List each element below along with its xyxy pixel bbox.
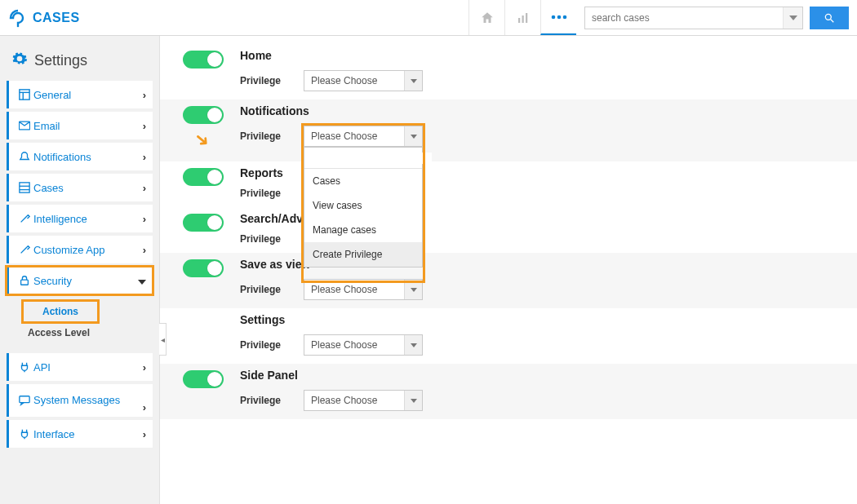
nav-item-system-messages[interactable]: System Messages › xyxy=(7,384,153,417)
section-title: Side Panel xyxy=(240,369,857,382)
search-button[interactable] xyxy=(810,7,849,29)
toggle-search[interactable] xyxy=(183,214,224,232)
chevron-down-icon xyxy=(404,335,422,355)
chevron-right-icon: › xyxy=(143,428,146,440)
privilege-select-save[interactable]: Please Choose xyxy=(304,279,423,300)
svg-point-4 xyxy=(551,15,555,19)
collapse-handle[interactable]: ◂ xyxy=(159,323,167,356)
tools-icon xyxy=(16,244,33,255)
toggle-side-panel[interactable] xyxy=(183,370,224,388)
sidebar-heading: Settings xyxy=(7,51,153,81)
dropdown-option-create-privilege[interactable]: Create Privilege xyxy=(304,242,422,267)
nav-label: Security xyxy=(33,275,138,287)
nav-item-api[interactable]: API › xyxy=(7,353,153,381)
subnav-access-level[interactable]: Access Level xyxy=(23,322,153,343)
svg-line-8 xyxy=(831,19,834,22)
more-icon[interactable] xyxy=(540,0,576,35)
section-title: Notifications xyxy=(240,104,857,117)
nav-label: Email xyxy=(33,120,143,132)
privilege-label: Privilege xyxy=(240,395,282,406)
privilege-label: Privilege xyxy=(240,130,282,142)
privilege-select-home[interactable]: Please Choose xyxy=(304,70,423,91)
sidebar: Settings General › Email › Notifications… xyxy=(0,36,160,504)
nav-label: API xyxy=(33,361,143,374)
chevron-right-icon: › xyxy=(143,401,146,413)
chevron-down-icon xyxy=(138,275,146,287)
chevron-down-icon xyxy=(404,126,422,146)
search-dropdown-icon[interactable] xyxy=(783,7,802,29)
chevron-right-icon: › xyxy=(143,151,146,163)
svg-rect-16 xyxy=(21,280,29,285)
privilege-label: Privilege xyxy=(240,75,282,86)
nav-item-security[interactable]: Security xyxy=(7,267,153,294)
toggle-home[interactable] xyxy=(183,51,224,69)
nav-item-intelligence[interactable]: Intelligence › xyxy=(7,205,153,232)
toggle-save-as-view[interactable] xyxy=(183,259,224,277)
nav-label: Interface xyxy=(33,428,143,440)
nav-label: Intelligence xyxy=(33,213,143,225)
privilege-label: Privilege xyxy=(240,284,282,295)
select-value: Please Choose xyxy=(304,75,404,86)
brand-text: CASES xyxy=(33,11,80,25)
section-settings: Settings Privilege Please Choose xyxy=(160,308,857,364)
svg-rect-2 xyxy=(522,15,523,23)
lock-icon xyxy=(16,275,33,286)
nav-item-email[interactable]: Email › xyxy=(7,112,153,139)
privilege-label: Privilege xyxy=(240,233,282,245)
section-save-as-view: Save as view Privilege Please Choose xyxy=(160,253,857,308)
sidebar-heading-text: Settings xyxy=(34,52,87,69)
tools-icon xyxy=(16,213,33,224)
brand-logo-icon xyxy=(8,8,28,28)
privilege-select-notifications[interactable]: Please Choose xyxy=(304,126,423,147)
svg-rect-1 xyxy=(518,18,520,23)
nav-list: General › Email › Notifications › Cases … xyxy=(7,81,153,448)
brand: CASES xyxy=(8,8,80,28)
nav-item-notifications[interactable]: Notifications › xyxy=(7,143,153,170)
security-subnav: Actions Access Level xyxy=(7,298,153,350)
nav-item-cases[interactable]: Cases › xyxy=(7,174,153,201)
section-side-panel: Side Panel Privilege Please Choose xyxy=(160,364,857,419)
chevron-down-icon xyxy=(404,391,422,410)
privilege-select-side-panel[interactable]: Please Choose xyxy=(304,390,423,411)
grid-icon xyxy=(16,182,33,193)
subnav-actions[interactable]: Actions xyxy=(23,301,98,322)
plug-icon xyxy=(16,361,33,373)
chevron-down-icon xyxy=(404,280,422,299)
nav-label: General xyxy=(33,89,143,101)
chevron-right-icon: › xyxy=(143,244,146,256)
dropdown-option[interactable]: View cases xyxy=(304,193,422,218)
dropdown-option[interactable]: Cases xyxy=(304,169,422,193)
chevron-down-icon xyxy=(404,71,422,91)
svg-point-0 xyxy=(17,24,20,27)
nav-label: Customize App xyxy=(33,244,143,256)
svg-rect-9 xyxy=(20,90,29,99)
privilege-label: Privilege xyxy=(240,339,282,351)
dropdown-search-input[interactable] xyxy=(309,153,432,164)
search-input[interactable] xyxy=(585,12,783,24)
chevron-right-icon: › xyxy=(143,182,146,194)
svg-rect-13 xyxy=(20,183,29,192)
nav-item-interface[interactable]: Interface › xyxy=(7,420,153,448)
home-icon[interactable] xyxy=(468,0,504,35)
dropdown-search[interactable] xyxy=(304,148,422,169)
chevron-right-icon: › xyxy=(143,213,146,225)
svg-rect-3 xyxy=(526,13,527,23)
section-reports: Reports Privilege xyxy=(160,161,857,207)
privilege-dropdown-panel: Cases View cases Manage cases Create Pri… xyxy=(304,147,423,267)
nav-label: Cases xyxy=(33,182,143,194)
nav-item-general[interactable]: General › xyxy=(7,81,153,108)
dropdown-option[interactable]: Manage cases xyxy=(304,218,422,242)
section-home: Home Privilege Please Choose xyxy=(160,44,857,99)
section-title: Settings xyxy=(240,313,857,326)
main-content: Home Privilege Please Choose ➜ Notificat… xyxy=(160,36,857,504)
stats-icon[interactable] xyxy=(504,0,540,35)
nav-item-customize-app[interactable]: Customize App › xyxy=(7,236,153,263)
privilege-select-settings[interactable]: Please Choose xyxy=(304,334,423,356)
toggle-notifications[interactable] xyxy=(183,106,224,124)
search-box[interactable] xyxy=(584,7,803,29)
mail-icon xyxy=(16,121,33,130)
topbar: CASES xyxy=(0,0,857,36)
toggle-reports[interactable] xyxy=(183,168,224,186)
gear-icon xyxy=(11,51,28,71)
nav-label: System Messages xyxy=(33,395,146,406)
